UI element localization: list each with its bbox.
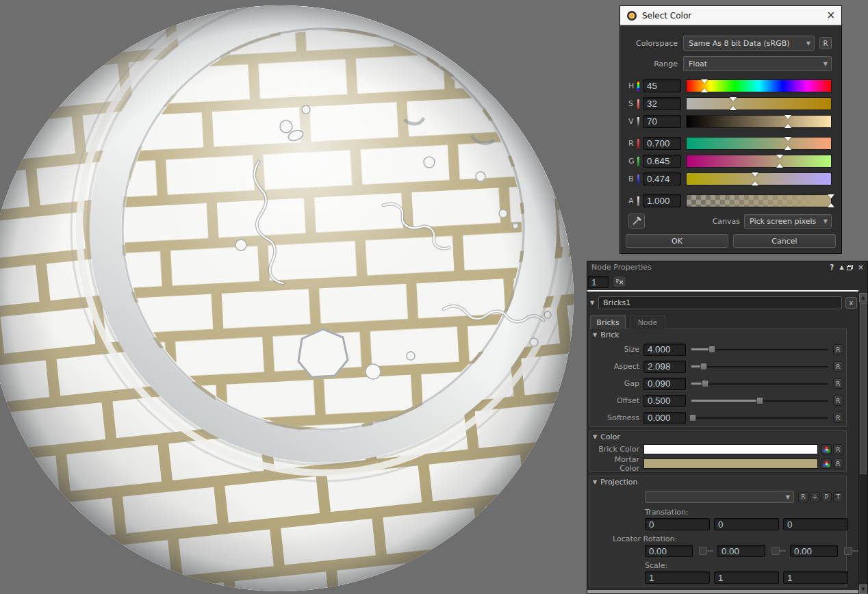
red-gradient-slider[interactable] (686, 137, 832, 150)
blue-gradient-slider[interactable] (686, 172, 832, 185)
hue-input[interactable] (643, 79, 681, 92)
tab-bricks[interactable]: Bricks (590, 315, 626, 329)
translation-label: Translation: (645, 508, 846, 517)
node-name-field[interactable]: Bricks1 (598, 296, 842, 309)
color-section-header[interactable]: ▼ Color (590, 431, 846, 443)
rotation-x-field[interactable] (645, 545, 693, 557)
alpha-gradient-slider[interactable] (686, 194, 832, 207)
softness-slider[interactable] (691, 412, 828, 424)
size-reset-button[interactable]: R (833, 344, 843, 354)
projection-dropdown[interactable]: ▼ (645, 491, 794, 503)
mortar-color-swatch[interactable] (643, 459, 818, 469)
help-icon[interactable]: ? (828, 263, 837, 271)
mortar-color-reset-button[interactable]: R (833, 459, 843, 469)
translation-y-field[interactable] (714, 518, 779, 530)
close-icon[interactable]: × (826, 10, 835, 21)
scrollbar[interactable]: ▲ ▼ (858, 293, 867, 594)
rotation-y-field[interactable] (717, 545, 765, 557)
green-gradient-slider[interactable] (686, 155, 832, 168)
scrollbar-thumb[interactable] (860, 303, 867, 474)
scroll-down-button[interactable]: ▼ (859, 584, 867, 594)
mortar-color-picker-button[interactable] (821, 459, 832, 469)
brick-color-reset-button[interactable]: R (833, 444, 843, 454)
slider-handle[interactable] (689, 414, 696, 422)
node-header[interactable]: ▼ Bricks1 x (590, 296, 857, 310)
slider-marker[interactable] (784, 138, 791, 149)
slider-marker[interactable] (776, 155, 783, 167)
aspect-reset-button[interactable]: R (833, 361, 843, 372)
rotation-y-minislider[interactable] (769, 545, 786, 557)
projection-p-button[interactable]: P (821, 492, 832, 502)
colorspace-reset-button[interactable]: R (819, 37, 832, 49)
size-slider[interactable] (691, 344, 828, 356)
brick-color-swatch[interactable] (643, 444, 818, 454)
gap-slider[interactable] (691, 378, 828, 390)
saturation-input[interactable] (643, 97, 681, 110)
value-input[interactable] (643, 115, 681, 128)
brick-section-header[interactable]: ▼ Brick (590, 329, 846, 341)
node-count-field[interactable] (588, 276, 609, 288)
rotation-label: Locator Rotation: (613, 534, 846, 543)
panel-resize-edge[interactable] (587, 590, 858, 593)
green-input[interactable] (643, 155, 681, 168)
value-gradient-slider[interactable] (686, 115, 832, 128)
projection-add-button[interactable]: + (810, 492, 820, 502)
rotation-z-minislider[interactable] (842, 545, 858, 557)
panel-titlebar[interactable]: Node Properties ? ▲ × (587, 261, 867, 272)
node-close-button[interactable]: x (845, 297, 857, 309)
scale-x-field[interactable] (645, 571, 710, 584)
red-input[interactable] (643, 137, 681, 150)
offset-slider[interactable] (691, 395, 828, 407)
softness-field[interactable] (643, 412, 686, 424)
rotation-z-field[interactable] (790, 545, 838, 557)
range-dropdown[interactable]: Float ▼ (683, 56, 832, 71)
gap-reset-button[interactable]: R (833, 378, 843, 389)
blue-input[interactable] (643, 172, 681, 185)
projection-reset-button[interactable]: R (798, 492, 808, 502)
collapse-icon[interactable]: ▼ (590, 300, 598, 306)
offset-reset-button[interactable]: R (833, 396, 843, 406)
hue-gradient-slider[interactable] (686, 79, 832, 92)
brick-color-picker-button[interactable] (821, 444, 832, 454)
cancel-button[interactable]: Cancel (733, 234, 836, 248)
slider-marker[interactable] (752, 173, 758, 185)
scale-y-field[interactable] (714, 571, 779, 584)
mortar-color-row: Mortar Color R (590, 457, 846, 470)
tab-node[interactable]: Node (630, 315, 665, 329)
translation-z-field[interactable] (783, 518, 848, 530)
softness-reset-button[interactable]: R (833, 413, 843, 423)
colorspace-dropdown[interactable]: Same As 8 bit Data (sRGB) ▼ (683, 36, 815, 51)
canvas-dropdown[interactable]: Pick screen pixels ▼ (744, 214, 832, 229)
slider-marker[interactable] (730, 98, 737, 109)
gap-field[interactable] (643, 378, 686, 390)
3d-viewport[interactable] (0, 0, 589, 594)
saturation-gradient-slider[interactable] (686, 97, 832, 110)
projection-t-button[interactable]: T (833, 492, 843, 502)
restore-icon[interactable] (847, 265, 856, 270)
scroll-up-button[interactable]: ▲ (859, 293, 867, 302)
size-field[interactable] (643, 344, 686, 356)
dock-icon[interactable]: ▲ (837, 264, 846, 270)
slider-handle[interactable] (700, 363, 707, 370)
slider-handle[interactable] (756, 397, 763, 404)
slider-handle[interactable] (708, 346, 715, 353)
slider-marker[interactable] (784, 116, 791, 127)
alpha-input[interactable] (643, 194, 681, 207)
close-icon[interactable]: × (856, 263, 865, 271)
eyedropper-button[interactable] (628, 214, 645, 229)
slider-marker[interactable] (828, 195, 834, 207)
gap-row: Gap R (590, 375, 846, 392)
rotation-x-minislider[interactable] (697, 545, 713, 557)
scale-z-field[interactable] (783, 571, 848, 584)
aspect-slider[interactable] (691, 361, 828, 373)
slider-handle[interactable] (701, 380, 709, 387)
aspect-field[interactable] (643, 361, 686, 373)
projection-section-header[interactable]: ▼ Projection (590, 476, 846, 488)
ok-button[interactable]: OK (626, 234, 728, 248)
translation-x-field[interactable] (645, 518, 710, 530)
filter-button[interactable] (613, 276, 626, 288)
dialog-buttons: OK Cancel (620, 234, 841, 248)
offset-field[interactable] (643, 395, 686, 407)
slider-marker[interactable] (701, 80, 708, 92)
dialog-titlebar[interactable]: Select Color × (620, 6, 841, 25)
